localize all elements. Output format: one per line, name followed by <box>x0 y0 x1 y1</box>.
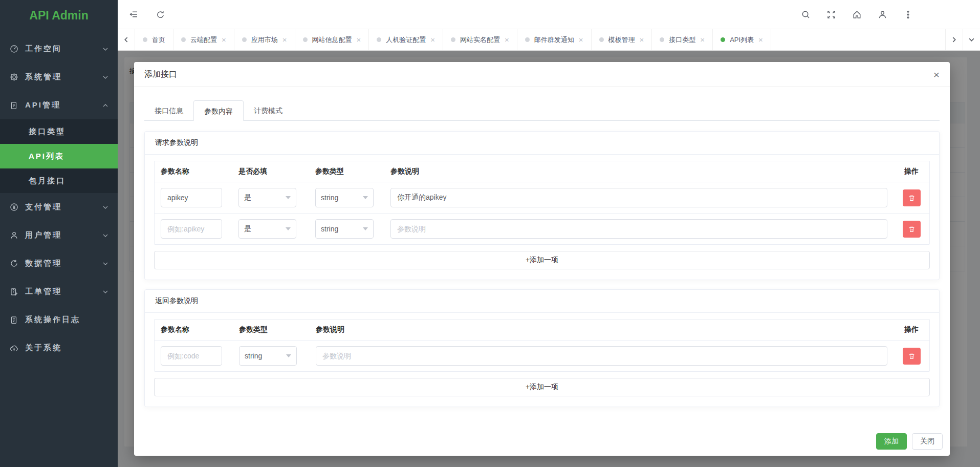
param-type-select[interactable]: string <box>315 219 374 239</box>
search-icon[interactable] <box>800 9 811 20</box>
collapse-sidebar-icon[interactable] <box>128 9 139 20</box>
col-header-desc: 参数说明 <box>390 167 887 176</box>
close-icon[interactable]: × <box>933 69 940 80</box>
sidebar-item-api-mgmt[interactable]: API管理 <box>0 91 118 119</box>
tabs-scroll-left-icon[interactable] <box>118 29 135 50</box>
log-icon <box>9 315 18 325</box>
sidebar-item-api-list[interactable]: API列表 <box>0 144 118 168</box>
param-desc-input[interactable] <box>316 346 887 366</box>
open-tabs: 首页 云端配置× 应用市场× 网站信息配置× 人机验证配置× 网站实名配置× 邮… <box>135 29 945 50</box>
about-icon <box>9 344 18 353</box>
tab-close-icon[interactable]: × <box>640 36 644 44</box>
tab-email-broadcast[interactable]: 邮件群发通知× <box>517 29 592 50</box>
response-params-title: 返回参数说明 <box>145 290 939 313</box>
tab-cloud-config[interactable]: 云端配置× <box>173 29 234 50</box>
tabbar: 首页 云端配置× 应用市场× 网站信息配置× 人机验证配置× 网站实名配置× 邮… <box>118 29 980 51</box>
tab-captcha-config[interactable]: 人机验证配置× <box>369 29 443 50</box>
home-icon[interactable] <box>851 9 862 20</box>
tab-close-icon[interactable]: × <box>282 36 287 44</box>
sidebar-item-label: 系统操作日志 <box>25 315 80 325</box>
tab-close-icon[interactable]: × <box>700 36 705 44</box>
request-param-row: 是 string <box>155 213 929 244</box>
tab-close-icon[interactable]: × <box>579 36 583 44</box>
sidebar-item-label: 支付管理 <box>25 202 62 212</box>
chevron-down-icon <box>102 204 108 210</box>
delete-row-button[interactable] <box>903 221 921 238</box>
delete-row-button[interactable] <box>903 189 921 206</box>
tab-interface-type[interactable]: 接口类型× <box>652 29 713 50</box>
col-header-action: 操作 <box>900 167 923 176</box>
tab-dot <box>660 37 664 42</box>
tab-site-info-config[interactable]: 网站信息配置× <box>295 29 369 50</box>
param-name-input[interactable] <box>161 188 222 207</box>
api-doc-icon <box>9 101 18 110</box>
refresh-icon[interactable] <box>155 9 166 20</box>
sidebar-item-data-mgmt[interactable]: 数据管理 <box>0 249 118 278</box>
app-root: API Admin 工作空间 系统管理 API管理 接口类型 API列表 包月接 <box>0 0 980 467</box>
tab-site-realname-config[interactable]: 网站实名配置× <box>443 29 517 50</box>
sidebar-item-about-system[interactable]: 关于系统 <box>0 334 118 362</box>
response-params-card: 返回参数说明 参数名称 参数类型 参数说明 操作 <box>144 289 940 407</box>
param-name-input[interactable] <box>161 346 222 366</box>
request-param-row: 是 string <box>155 182 929 213</box>
tabs-menu-icon[interactable] <box>963 29 980 50</box>
sidebar-item-interface-type[interactable]: 接口类型 <box>0 119 118 144</box>
tab-close-icon[interactable]: × <box>357 36 361 44</box>
sidebar-item-system-mgmt[interactable]: 系统管理 <box>0 63 118 91</box>
user-profile-icon[interactable] <box>877 9 888 20</box>
delete-row-button[interactable] <box>903 348 921 365</box>
add-response-param-button[interactable]: +添加一项 <box>154 378 930 396</box>
work-order-icon <box>9 287 18 296</box>
tab-dot <box>451 37 455 42</box>
tab-template-mgmt[interactable]: 模板管理× <box>592 29 652 50</box>
param-required-select[interactable]: 是 <box>238 188 296 207</box>
add-button[interactable]: 添加 <box>876 433 907 450</box>
tab-close-icon[interactable]: × <box>222 36 226 44</box>
tab-app-market[interactable]: 应用市场× <box>234 29 295 50</box>
dialog-header: 添加接口 × <box>134 62 950 87</box>
topbar-left <box>128 9 166 20</box>
sidebar-item-payment-mgmt[interactable]: 支付管理 <box>0 193 118 221</box>
tab-billing-mode[interactable]: 计费模式 <box>244 100 293 120</box>
param-name-input[interactable] <box>161 219 222 239</box>
sidebar-item-system-op-log[interactable]: 系统操作日志 <box>0 306 118 334</box>
payment-icon <box>9 203 18 212</box>
tab-close-icon[interactable]: × <box>505 36 509 44</box>
main-area: 首页 云端配置× 应用市场× 网站信息配置× 人机验证配置× 网站实名配置× 邮… <box>118 0 980 467</box>
tabs-scroll-right-icon[interactable] <box>945 29 963 50</box>
sidebar-item-monthly-api[interactable]: 包月接口 <box>0 168 118 193</box>
tab-close-icon[interactable]: × <box>430 36 435 44</box>
col-header-required: 是否必填 <box>238 167 296 176</box>
more-options-icon[interactable] <box>902 9 913 20</box>
param-type-select[interactable]: string <box>315 188 374 207</box>
tab-api-list[interactable]: API列表× <box>713 29 771 50</box>
sidebar-item-work-order-mgmt[interactable]: 工单管理 <box>0 278 118 306</box>
chevron-down-icon <box>286 196 291 199</box>
chevron-down-icon <box>102 74 108 80</box>
dialog-body: 接口信息 参数内容 计费模式 请求参数说明 参数名称 是否必填 <box>134 87 950 407</box>
sidebar-item-user-mgmt[interactable]: 用户管理 <box>0 221 118 249</box>
gear-icon <box>9 73 18 82</box>
param-type-select[interactable]: string <box>239 346 297 366</box>
fullscreen-icon[interactable] <box>825 9 837 20</box>
chevron-down-icon <box>102 261 108 267</box>
param-required-select[interactable]: 是 <box>238 219 296 239</box>
tab-dot <box>377 37 381 42</box>
tab-dot <box>525 37 530 42</box>
chevron-down-icon <box>286 354 291 357</box>
request-params-card: 请求参数说明 参数名称 是否必填 参数类型 参数说明 操作 <box>144 131 940 280</box>
tab-close-icon[interactable]: × <box>758 36 763 44</box>
add-request-param-button[interactable]: +添加一项 <box>154 251 930 269</box>
tab-interface-info[interactable]: 接口信息 <box>144 100 193 120</box>
sidebar-item-workspace[interactable]: 工作空间 <box>0 35 118 63</box>
param-desc-input[interactable] <box>390 188 887 207</box>
chevron-down-icon <box>102 232 108 239</box>
dialog-footer: 添加 关闭 <box>876 433 943 450</box>
param-desc-input[interactable] <box>390 219 887 239</box>
col-header-name: 参数名称 <box>161 167 222 176</box>
tab-dot <box>242 37 247 42</box>
tab-parameter-content[interactable]: 参数内容 <box>193 100 244 121</box>
sidebar-nav: 工作空间 系统管理 API管理 接口类型 API列表 包月接口 支付管理 <box>0 31 118 362</box>
close-button[interactable]: 关闭 <box>912 433 943 450</box>
tab-home[interactable]: 首页 <box>135 29 173 50</box>
